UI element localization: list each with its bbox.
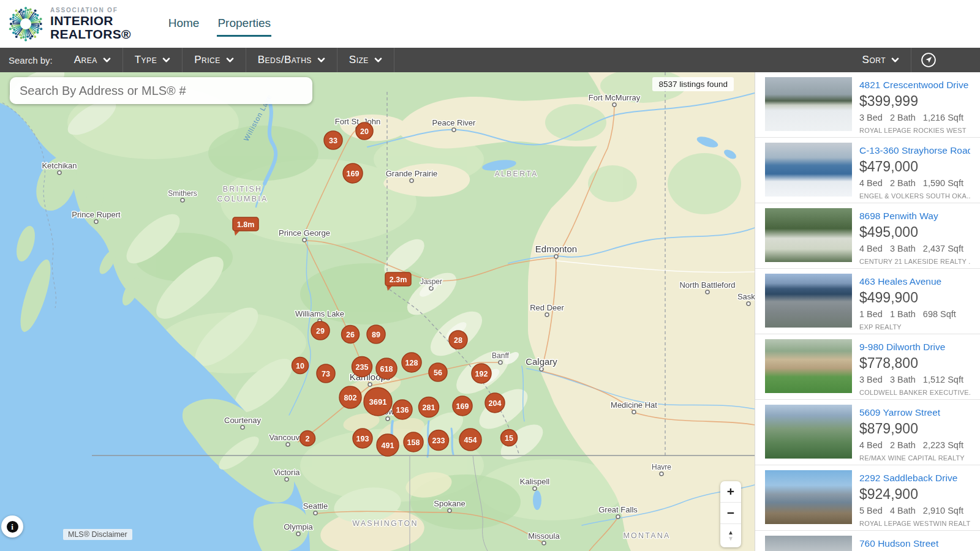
map-cluster-marker[interactable]: 204 [485, 393, 505, 413]
map-cluster-marker[interactable]: 169 [343, 163, 363, 183]
zoom-in-button[interactable]: + [720, 481, 741, 503]
map-cluster-marker[interactable]: 454 [459, 429, 481, 451]
map-place-label: WASHINGTON [352, 519, 418, 528]
city-dot [499, 361, 502, 364]
my-location-button[interactable] [911, 48, 946, 72]
map-cluster-marker[interactable]: 618 [376, 358, 397, 379]
map-cluster-marker[interactable]: 169 [453, 396, 472, 416]
map-cluster-marker[interactable]: 26 [342, 326, 360, 343]
search-by-label: Search by: [9, 55, 53, 66]
map-cluster-marker[interactable]: 3691 [364, 388, 392, 416]
nav-home[interactable]: Home [168, 12, 200, 37]
city-dot [660, 472, 663, 476]
listing-address-link[interactable]: 5609 Yarrow Street [859, 407, 970, 418]
map-place-label: Courtenay [224, 416, 261, 425]
main-nav: Home Properties [168, 12, 271, 37]
map-place-label: Grande Prairie [386, 169, 438, 178]
city-dot [241, 425, 244, 429]
listing-card[interactable]: 8698 Penwith Way$495,0004 Bed3 Bath2,437… [755, 203, 980, 269]
map-cluster-marker[interactable]: 158 [404, 432, 423, 452]
map-place-label: Jasper [420, 277, 442, 286]
city-dot [452, 128, 456, 132]
starburst-logo-icon [6, 4, 45, 43]
map-place-label: MONTANA [624, 531, 671, 540]
listing-card[interactable]: 9-980 Dilworth Drive$778,8003 Bed3 Bath1… [755, 334, 980, 400]
listing-beds: 4 Bed [859, 178, 883, 188]
listing-card[interactable]: 5609 Yarrow Street$879,9004 Bed2 Bath2,2… [755, 400, 980, 465]
filter-beds-baths[interactable]: Beds/Baths [246, 48, 337, 72]
city-dot [747, 302, 750, 305]
filter-area[interactable]: Area [62, 48, 123, 72]
listing-address-link[interactable]: C-13-360 Strayhorse Road [859, 145, 970, 156]
listing-sqft: 1,216 Sqft [923, 113, 963, 122]
listing-address-link[interactable]: 8698 Penwith Way [859, 211, 970, 222]
mls-disclaimer-link[interactable]: MLS® Disclaimer [63, 529, 132, 540]
listing-card[interactable]: C-13-360 Strayhorse Road$479,0004 Bed2 B… [755, 138, 980, 203]
map-cluster-marker[interactable]: 491 [377, 434, 399, 456]
chevron-down-icon [226, 58, 234, 63]
listing-card[interactable]: 4821 Crescentwood Drive$399,9993 Bed2 Ba… [755, 72, 980, 138]
map-canvas[interactable]: Fort McMurrayFort St. JohnPeace RiverKet… [0, 72, 755, 551]
info-button[interactable]: i [1, 515, 23, 538]
listing-realtor: ROYAL LEPAGE ROCKIES WEST [859, 127, 970, 134]
map-search-box [10, 77, 312, 104]
map-cluster-marker[interactable]: 281 [419, 397, 439, 418]
map-cluster-marker[interactable]: 193 [353, 429, 372, 448]
listing-specs: 4 Bed2 Bath1,590 Sqft [859, 178, 970, 188]
map-cluster-marker[interactable]: 15 [501, 430, 518, 446]
listing-photo [765, 405, 852, 459]
map-cluster-marker[interactable]: 33 [324, 131, 342, 149]
listing-address-link[interactable]: 4821 Crescentwood Drive [859, 80, 970, 91]
zoom-out-button[interactable]: − [720, 503, 741, 524]
map-cluster-marker[interactable]: 136 [393, 400, 412, 419]
map-cluster-marker[interactable]: 20 [356, 122, 373, 140]
listing-price: $495,000 [859, 224, 970, 241]
map-cluster-marker[interactable]: 2 [300, 431, 315, 446]
map-cluster-marker[interactable]: 233 [429, 430, 449, 451]
listing-beds: 5 Bed [859, 506, 883, 515]
map-cluster-marker[interactable]: 10 [292, 358, 309, 374]
map-cluster-marker[interactable]: 73 [317, 364, 335, 383]
listing-address-link[interactable]: 9-980 Dilworth Drive [859, 342, 970, 353]
city-dot [94, 220, 98, 223]
listings-count-badge: 8537 listings found [652, 77, 734, 91]
city-dot [58, 171, 61, 174]
logo-name-line2: REALTORS® [50, 28, 131, 41]
listing-card[interactable]: 2292 Saddleback Drive$924,9005 Bed4 Bath… [755, 465, 980, 531]
listing-address-link[interactable]: 760 Hudson Street [859, 538, 970, 549]
top-header: ASSOCIATION OF INTERIOR REALTORS® Home P… [0, 0, 980, 48]
logo[interactable]: ASSOCIATION OF INTERIOR REALTORS® [6, 4, 131, 43]
map-cluster-marker[interactable]: 128 [402, 353, 421, 372]
map-cluster-marker[interactable]: 28 [449, 331, 467, 349]
filter-label: Size [349, 54, 369, 66]
listing-price: $879,900 [859, 421, 970, 437]
listing-sqft: 698 Sqft [923, 309, 956, 319]
filter-size[interactable]: Size [337, 48, 394, 72]
map-cluster-marker[interactable]: 802 [339, 386, 361, 408]
svg-text:2.3m: 2.3m [390, 276, 407, 284]
filter-price[interactable]: Price [183, 48, 246, 72]
listing-card[interactable]: 463 Heales Avenue$499,9001 Bed1 Bath698 … [755, 269, 980, 334]
filter-type[interactable]: Type [123, 48, 183, 72]
map-place-label: Great Falls [598, 505, 638, 514]
map-place-label: Missoula [528, 531, 560, 541]
sort-button[interactable]: Sort [851, 48, 911, 72]
listing-baths: 2 Bath [890, 440, 916, 450]
listing-card[interactable]: 760 Hudson Street$2,150,000 [755, 531, 980, 551]
pan-toggle-button[interactable]: ▲ ▼ [720, 524, 741, 547]
map-place-label: Williams Lake [295, 309, 344, 318]
listing-realtor: COLDWELL BANKER EXECUTIVE... [859, 389, 970, 396]
map-cluster-marker[interactable]: 89 [367, 325, 385, 343]
city-dot [296, 532, 300, 536]
listing-price: $778,800 [859, 355, 970, 372]
map-cluster-marker[interactable]: 192 [472, 364, 491, 383]
map-cluster-marker[interactable]: 56 [429, 363, 447, 381]
nav-properties[interactable]: Properties [217, 12, 271, 37]
map-search-input[interactable] [10, 77, 312, 104]
map-cluster-marker[interactable]: 235 [352, 357, 372, 377]
listing-address-link[interactable]: 2292 Saddleback Drive [859, 473, 970, 484]
map-zoom-controls: + − ▲ ▼ [720, 481, 741, 547]
city-dot [386, 417, 390, 421]
map-cluster-marker[interactable]: 29 [311, 321, 330, 340]
listing-address-link[interactable]: 463 Heales Avenue [859, 276, 970, 287]
